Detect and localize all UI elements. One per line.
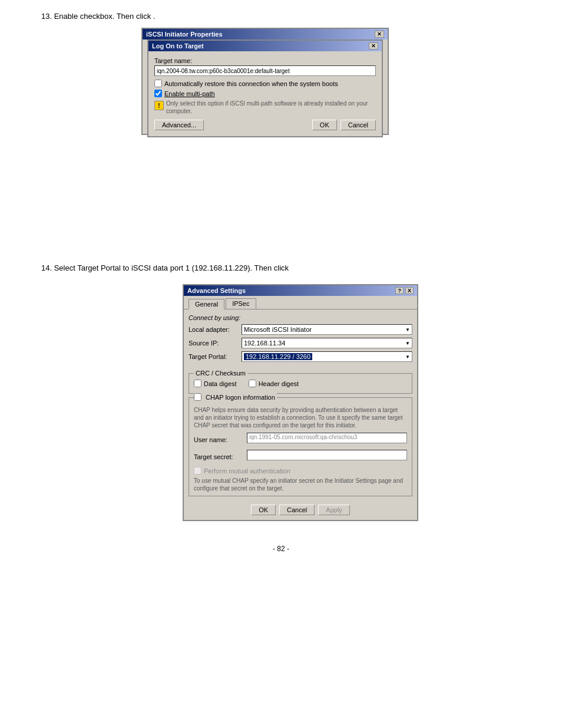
warning-icon: ! [154,101,164,110]
chap-title: CHAP logon information [204,394,277,401]
advanced-settings-dialog: Advanced Settings ? X General IPSec Conn… [183,284,418,521]
warning-text: Only select this option if iSCSI multi-p… [166,100,376,115]
perform-mutual-row: Perform mutual authentication [194,467,407,475]
local-adapter-row: Local adapter: Microsoft iSCSI Initiator… [189,324,412,335]
data-digest-label: Data digest [204,380,237,387]
mutual-text: To use mutual CHAP specify an initiator … [194,477,407,492]
step-13-section: 13. Enable checkbox. Then click . iSCSI … [24,12,538,246]
advanced-bottom-buttons: OK Cancel Apply [184,500,417,520]
advanced-title-text: Advanced Settings [187,287,246,294]
chap-section: CHAP logon information CHAP helps ensure… [189,397,412,496]
advanced-cancel-button[interactable]: Cancel [279,505,315,515]
crc-checkboxes: Data digest Header digest [194,380,407,390]
target-name-label: Target name: [154,57,376,64]
tab-general-label: General [195,301,218,308]
target-secret-row: Target secret: [194,450,407,464]
source-ip-value: 192.168.11.34 [244,340,285,347]
enable-multipath-label: Enable multi-path [164,90,215,97]
header-digest-checkbox[interactable] [249,380,256,387]
local-adapter-label: Local adapter: [189,326,242,333]
iscsi-title-text: iSCSI Initiator Properties [146,31,223,38]
chap-checkbox-row: CHAP logon information [194,393,277,401]
advanced-tabs: General IPSec [184,296,417,309]
target-portal-arrow: ▼ [405,354,410,360]
target-portal-dropdown[interactable]: 192.168.11.229 / 3260 ▼ [242,351,412,362]
step-14-label: 14. Select Target Portal to iSCSI data p… [41,263,538,272]
header-digest-label: Header digest [259,380,299,387]
username-input-wrap: iqn.1991-05.com.microsoft:qa-chrischou3 [247,433,407,447]
tab-ipsec[interactable]: IPSec [226,298,256,309]
header-digest-row: Header digest [249,380,299,387]
advanced-close-btn[interactable]: X [405,287,414,294]
auto-restore-label: Automatically restore this connection wh… [164,80,338,87]
tab-general[interactable]: General [189,299,224,309]
source-ip-dropdown[interactable]: 192.168.11.34 ▼ [242,338,412,348]
local-adapter-input: Microsoft iSCSI Initiator ▼ [242,324,412,335]
source-ip-arrow: ▼ [405,341,410,346]
step-13-label: 13. Enable checkbox. Then click . [41,12,155,21]
page-number: - 82 - [24,545,538,553]
local-adapter-value: Microsoft iSCSI Initiator [244,326,312,333]
source-ip-input: 192.168.11.34 ▼ [242,338,412,348]
data-digest-checkbox[interactable] [194,380,201,387]
logon-close-btn[interactable]: ✕ [369,42,378,50]
target-name-input: iqn.2004-08.tw.com:p60c-b3ca0001e:defaul… [154,65,376,76]
target-portal-label: Target Portal: [189,353,242,360]
enable-multipath-checkbox[interactable] [154,90,162,97]
iscsi-close-btn[interactable]: ✕ [375,31,384,38]
dialog-container-13: iSCSI Initiator Properties ✕ Details Log… [141,28,389,246]
target-secret-label: Target secret: [194,453,247,460]
username-row: User name: iqn.1991-05.com.microsoft:qa-… [194,433,407,447]
crc-section: CRC / Checksum Data digest Header digest [189,373,412,394]
perform-mutual-checkbox[interactable] [194,467,201,475]
advanced-titlebar: Advanced Settings ? X [184,285,417,296]
iscsi-titlebar: iSCSI Initiator Properties ✕ [143,29,388,39]
connect-section: Connect by using: Local adapter: Microso… [184,309,417,370]
logon-body: Target name: iqn.2004-08.tw.com:p60c-b3c… [148,51,382,136]
advanced-ok-button[interactable]: OK [251,505,276,515]
data-digest-row: Data digest [194,380,237,387]
chap-checkbox[interactable] [194,393,201,401]
connect-by-label: Connect by using: [189,314,412,321]
advanced-button[interactable]: Advanced... [154,120,204,130]
page-content: 13. Enable checkbox. Then click . iSCSI … [24,12,538,553]
username-input[interactable]: iqn.1991-05.com.microsoft:qa-chrischou3 [247,433,407,443]
local-adapter-dropdown[interactable]: Microsoft iSCSI Initiator ▼ [242,324,412,335]
crc-title: CRC / Checksum [194,370,247,377]
advanced-title-buttons: ? X [395,287,414,294]
target-portal-input: 192.168.11.229 / 3260 ▼ [242,351,412,362]
logon-ok-button[interactable]: OK [312,120,337,130]
target-secret-input[interactable] [247,450,407,460]
auto-restore-checkbox[interactable] [154,80,162,87]
advanced-apply-button[interactable]: Apply [318,505,350,515]
target-portal-row: Target Portal: 192.168.11.229 / 3260 ▼ [189,351,412,362]
warning-row: ! Only select this option if iSCSI multi… [154,100,376,115]
step-14-section: 14. Select Target Portal to iSCSI data p… [24,263,538,521]
advanced-help-btn[interactable]: ? [395,287,404,294]
logon-cancel-button[interactable]: Cancel [340,120,376,130]
perform-mutual-label: Perform mutual authentication [204,467,290,475]
target-portal-value: 192.168.11.229 / 3260 [244,353,312,360]
logon-dialog: Log On to Target ✕ Target name: iqn.2004… [147,39,383,137]
chap-text: CHAP helps ensure data security by provi… [194,406,407,429]
logon-buttons: Advanced... OK Cancel [154,120,376,130]
source-ip-label: Source IP: [189,340,242,347]
enable-multipath-row: Enable multi-path [154,90,376,97]
logon-title-text: Log On to Target [152,42,204,50]
target-secret-input-wrap [247,450,407,464]
tab-ipsec-label: IPSec [232,300,249,307]
username-label: User name: [194,436,247,443]
auto-restore-row: Automatically restore this connection wh… [154,80,376,87]
logon-titlebar: Log On to Target ✕ [148,41,382,51]
local-adapter-arrow: ▼ [405,327,410,332]
source-ip-row: Source IP: 192.168.11.34 ▼ [189,338,412,348]
